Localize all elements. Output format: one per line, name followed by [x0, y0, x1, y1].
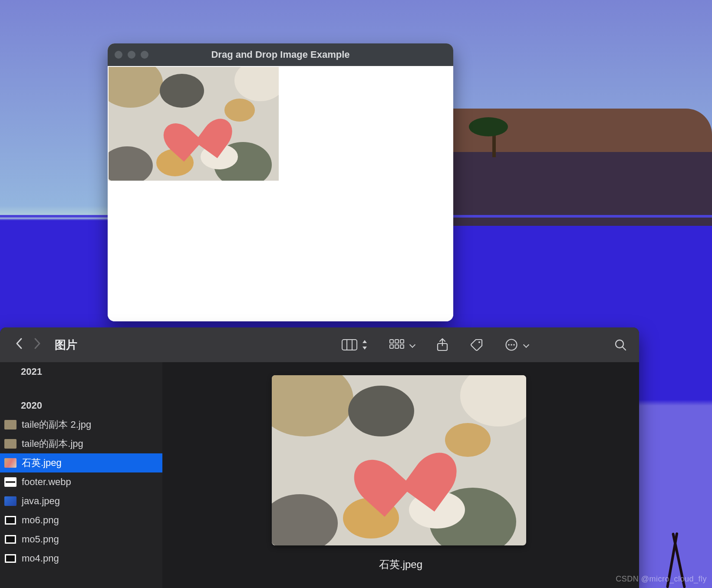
file-thumb-icon: [4, 515, 16, 525]
finder-window[interactable]: 图片: [0, 327, 639, 588]
chevron-down-icon: [409, 342, 415, 348]
svg-point-12: [508, 344, 510, 346]
pebbles-illustration: [272, 375, 526, 545]
file-thumb-icon: [4, 554, 16, 563]
app-title: Drag and Drop Image Example: [108, 49, 453, 60]
sidebar-year-2021[interactable]: 2021: [0, 362, 162, 381]
svg-rect-7: [395, 345, 399, 348]
sidebar-file[interactable]: taile的副本 2.jpg: [0, 415, 162, 434]
finder-body: 2021 2020 taile的副本 2.jpg taile的副本.jpg 石英…: [0, 362, 639, 588]
file-name: java.jpeg: [22, 496, 60, 507]
share-button[interactable]: [436, 338, 448, 352]
chevron-down-icon: [523, 342, 529, 348]
wallpaper-tree-top: [469, 117, 508, 136]
app-window[interactable]: Drag and Drop Image Example: [108, 43, 453, 321]
sidebar-file-selected[interactable]: 石英.jpeg: [0, 453, 162, 472]
more-button[interactable]: [505, 338, 528, 351]
file-thumb-icon: [4, 439, 16, 449]
search-button[interactable]: [614, 338, 627, 351]
file-thumb-icon: [4, 535, 16, 544]
file-thumb-icon: [4, 420, 16, 429]
pebbles-illustration: [109, 67, 279, 181]
grid-view-icon: [389, 339, 404, 350]
sidebar-file[interactable]: mo4.png: [0, 549, 162, 568]
columns-view-button[interactable]: [342, 339, 368, 350]
traffic-lights: [115, 51, 148, 59]
preview-image[interactable]: [272, 375, 526, 545]
sidebar-file[interactable]: java.jpeg: [0, 492, 162, 511]
toolbar-group: [342, 338, 528, 352]
file-name: 石英.jpeg: [22, 456, 62, 469]
zoom-icon[interactable]: [141, 51, 148, 59]
forward-button[interactable]: [30, 337, 44, 353]
sidebar-file[interactable]: taile的副本.jpg: [0, 434, 162, 453]
tags-icon: [470, 338, 483, 351]
updown-icon: [361, 340, 368, 350]
preview-filename: 石英.jpeg: [162, 558, 639, 571]
file-name: mo5.png: [22, 534, 59, 545]
file-name: taile的副本 2.jpg: [22, 418, 91, 431]
file-thumb-icon: [4, 477, 16, 487]
file-name: mo4.png: [22, 553, 59, 564]
minimize-icon[interactable]: [128, 51, 135, 59]
sidebar-file[interactable]: mo5.png: [0, 530, 162, 549]
watermark: CSDN @micro_cloud_fly: [616, 575, 707, 584]
tags-button[interactable]: [470, 338, 483, 351]
sidebar-year-2020[interactable]: 2020: [0, 396, 162, 415]
svg-line-16: [623, 347, 626, 350]
share-icon: [436, 338, 448, 352]
search-icon: [614, 338, 627, 351]
finder-toolbar: 图片: [0, 327, 639, 362]
file-thumb-icon: [4, 496, 16, 506]
svg-rect-5: [400, 340, 404, 343]
more-icon: [505, 338, 518, 351]
columns-view-icon: [342, 339, 357, 350]
file-thumb-icon: [4, 458, 16, 468]
heart-stone-icon: [366, 429, 443, 498]
svg-point-14: [513, 344, 515, 346]
grid-view-button[interactable]: [389, 339, 415, 350]
svg-rect-6: [390, 345, 393, 348]
file-name: footer.webp: [22, 476, 71, 488]
dropped-image[interactable]: [109, 67, 279, 181]
app-titlebar[interactable]: Drag and Drop Image Example: [108, 43, 453, 66]
finder-sidebar[interactable]: 2021 2020 taile的副本 2.jpg taile的副本.jpg 石英…: [0, 362, 162, 588]
drop-canvas[interactable]: [108, 66, 453, 321]
sidebar-file[interactable]: footer.webp: [0, 472, 162, 492]
svg-point-10: [478, 341, 480, 343]
svg-rect-0: [342, 340, 357, 350]
svg-point-13: [511, 344, 512, 346]
finder-preview-pane: 石英.jpeg: [162, 362, 639, 588]
file-name: taile的副本.jpg: [22, 437, 83, 450]
file-name: mo6.png: [22, 515, 59, 526]
sidebar-file[interactable]: mo6.png: [0, 511, 162, 530]
svg-rect-8: [400, 345, 404, 348]
svg-rect-3: [390, 340, 393, 343]
finder-title: 图片: [55, 337, 77, 353]
heart-stone-icon: [171, 103, 223, 149]
close-icon[interactable]: [115, 51, 122, 59]
back-button[interactable]: [12, 337, 26, 353]
svg-rect-4: [395, 340, 399, 343]
